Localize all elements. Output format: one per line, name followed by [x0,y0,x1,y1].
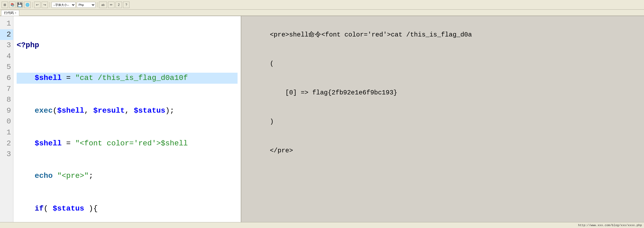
code-line-1: <?php [17,40,238,51]
output-array-close: ) [270,118,273,125]
editor-pane: 1 2 3 4 5 6 7 8 9 0 1 2 3 <?php $shell =… [0,16,241,222]
line-num-9: 9 [0,105,13,116]
line-numbers: 1 2 3 4 5 6 7 8 9 0 1 2 3 [0,16,13,222]
line-num-13: 3 [0,149,13,160]
font-size-select[interactable]: --字体大小-- 12px 14px 16px [51,2,76,8]
code-line-5: echo "<pre>"; [17,171,238,182]
output-close-tag: </pre> [270,147,293,154]
code-line-2: $shell = "cat /this_is_flag_d0a10f [17,73,238,84]
language-select[interactable]: Php JavaScript Python HTML [77,2,95,8]
output-array-open: ( [270,60,273,67]
output-text: <pre>shell命令<font color='red'>cat /this_… [247,20,639,165]
code-line-6: if( $status ){ [17,203,238,214]
line-num-2: 2 [0,29,13,40]
statusbar: http://www.xxx.com/blog/xxx/xxxx.php [0,222,644,228]
code-lines[interactable]: <?php $shell = "cat /this_is_flag_d0a10f… [13,16,241,222]
code-editor[interactable]: 1 2 3 4 5 6 7 8 9 0 1 2 3 <?php $shell =… [0,16,241,222]
line-num-6: 6 [0,73,13,84]
separator-2 [50,2,50,8]
globe-icon[interactable]: 🌐 [24,2,31,8]
tab-label: 行代码 [4,11,14,15]
line-num-3: 3 [0,40,13,51]
undo-icon[interactable]: ↩ [34,2,40,8]
output-pane: <pre>shell命令<font color='red'>cat /this_… [241,16,644,222]
tab-close-icon[interactable]: ✕ [15,11,16,14]
tab-source-code[interactable]: 行代码 ✕ [1,10,19,16]
number-icon[interactable]: 2 [116,2,122,8]
toolbar: ⊞ 📚 💾 🌐 ↩ ↪ --字体大小-- 12px 14px 16px Php … [0,0,644,10]
output-pre-line: <pre>shell命令<font color='red'>cat /this_… [270,31,472,38]
line-num-1: 1 [0,18,13,29]
wand-icon[interactable]: ✏ [108,2,114,8]
save-icon[interactable]: 💾 [17,2,23,8]
tabbar: 行代码 ✕ [0,10,644,16]
line-num-8: 8 [0,94,13,105]
code-line-4: $shell = "<font color='red'>$shell [17,138,238,149]
main-content: 1 2 3 4 5 6 7 8 9 0 1 2 3 <?php $shell =… [0,16,644,222]
line-num-4: 4 [0,51,13,62]
redo-icon[interactable]: ↪ [42,2,48,8]
code-line-3: exec($shell, $result, $status); [17,105,238,116]
help-icon[interactable]: ? [123,2,129,8]
line-num-12: 2 [0,138,13,149]
spell-check-icon[interactable]: ab [99,2,107,8]
line-num-7: 7 [0,84,13,95]
output-array-item: [0] => flag{2fb92e1e6f9bc193} [270,89,397,96]
grid-icon[interactable]: ⊞ [2,2,8,8]
line-num-11: 1 [0,127,13,138]
line-num-10: 0 [0,116,13,127]
separator-3 [97,2,97,8]
separator-1 [32,2,32,8]
status-url: http://www.xxx.com/blog/xxx/xxxx.php [578,224,642,227]
book-icon[interactable]: 📚 [9,2,16,8]
line-num-5: 5 [0,62,13,73]
